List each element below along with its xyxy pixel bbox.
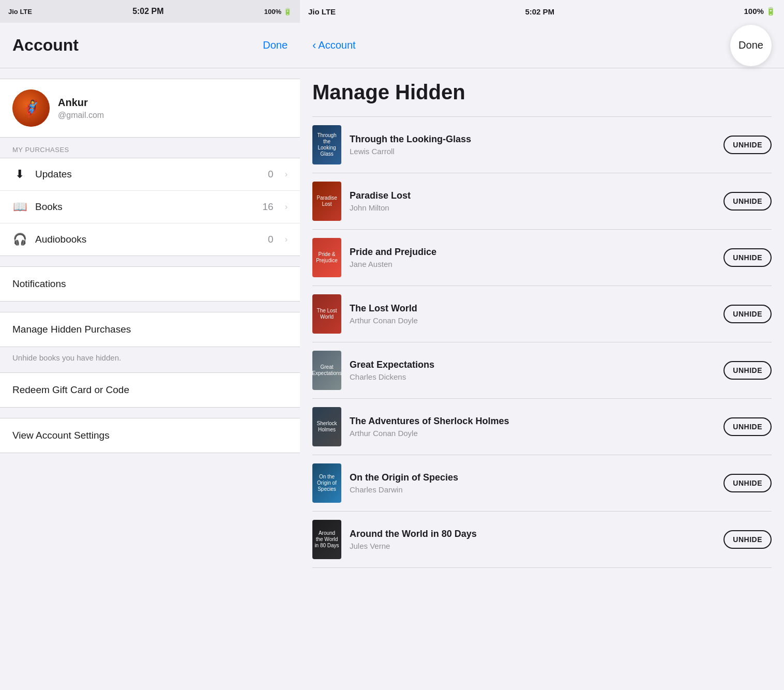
- book-title: Great Expectations: [350, 359, 715, 370]
- book-info: Through the Looking-GlassLewis Carroll: [350, 134, 715, 156]
- book-cover: Sherlock Holmes: [312, 407, 341, 446]
- left-signal: Jio LTE: [8, 8, 32, 16]
- left-nav-bar: Account Done: [0, 23, 300, 68]
- manage-hidden-label: Manage Hidden Purchases: [12, 324, 131, 335]
- notifications-label: Notifications: [12, 278, 66, 289]
- unhide-button[interactable]: UNHIDE: [723, 474, 772, 492]
- unhide-button[interactable]: UNHIDE: [723, 361, 772, 380]
- updates-value: 0: [268, 169, 274, 180]
- book-cover: Paradise Lost: [312, 182, 341, 221]
- right-done-button[interactable]: Done: [730, 25, 772, 66]
- right-battery: 100% 🔋: [744, 7, 776, 16]
- right-content: Manage Hidden Through the Looking GlassT…: [300, 68, 784, 690]
- book-author: Jane Austen: [350, 260, 715, 268]
- book-info: Pride and PrejudiceJane Austen: [350, 247, 715, 268]
- redeem-item[interactable]: Redeem Gift Card or Code: [0, 372, 300, 408]
- back-label: Account: [318, 39, 355, 51]
- unhide-button[interactable]: UNHIDE: [723, 530, 772, 549]
- left-time: 5:02 PM: [132, 7, 163, 16]
- back-chevron-icon: ‹: [312, 39, 316, 52]
- right-status-bar: Jio LTE 5:02 PM 100% 🔋: [300, 0, 784, 23]
- redeem-label: Redeem Gift Card or Code: [12, 384, 129, 395]
- manage-hidden-item[interactable]: Manage Hidden Purchases: [0, 312, 300, 347]
- book-info: The Lost WorldArthur Conan Doyle: [350, 303, 715, 325]
- updates-label: Updates: [35, 169, 260, 180]
- left-battery: 100% 🔋: [264, 8, 292, 16]
- book-item: The Lost WorldThe Lost WorldArthur Conan…: [312, 286, 772, 342]
- audiobooks-label: Audiobooks: [35, 234, 260, 245]
- unhide-button[interactable]: UNHIDE: [723, 136, 772, 154]
- book-author: Charles Darwin: [350, 485, 715, 494]
- back-button[interactable]: ‹ Account: [312, 39, 356, 52]
- unhide-button[interactable]: UNHIDE: [723, 192, 772, 211]
- book-title: The Lost World: [350, 303, 715, 314]
- purchases-section-label: MY PURCHASES: [0, 138, 300, 158]
- page-title: Manage Hidden: [312, 81, 772, 104]
- view-account-label: View Account Settings: [12, 430, 110, 441]
- book-title: Paradise Lost: [350, 190, 715, 201]
- updates-item[interactable]: ⬇ Updates 0 ›: [0, 158, 300, 191]
- updates-icon: ⬇: [12, 168, 27, 181]
- left-status-bar: Jio LTE 5:02 PM 100% 🔋: [0, 0, 300, 23]
- book-cover: Through the Looking Glass: [312, 125, 341, 164]
- book-item: Pride & PrejudicePride and PrejudiceJane…: [312, 230, 772, 286]
- book-author: John Milton: [350, 203, 715, 212]
- unhide-button[interactable]: UNHIDE: [723, 305, 772, 323]
- book-item: Sherlock HolmesThe Adventures of Sherloc…: [312, 399, 772, 455]
- left-nav-title: Account: [12, 36, 79, 55]
- unhide-button[interactable]: UNHIDE: [723, 417, 772, 436]
- book-info: The Adventures of Sherlock HolmesArthur …: [350, 416, 715, 438]
- book-info: On the Origin of SpeciesCharles Darwin: [350, 472, 715, 494]
- books-value: 16: [263, 201, 274, 213]
- book-author: Arthur Conan Doyle: [350, 429, 715, 438]
- manage-hidden-subtext: Unhide books you have hidden.: [0, 347, 300, 372]
- books-label: Books: [35, 201, 254, 213]
- audiobooks-icon: 🎧: [12, 233, 27, 246]
- right-nav-bar: ‹ Account Done: [300, 23, 784, 68]
- view-account-item[interactable]: View Account Settings: [0, 418, 300, 453]
- book-list: Through the Looking GlassThrough the Loo…: [312, 116, 772, 568]
- book-author: Lewis Carroll: [350, 147, 715, 156]
- unhide-button[interactable]: UNHIDE: [723, 248, 772, 267]
- book-item: Paradise LostParadise LostJohn MiltonUNH…: [312, 173, 772, 230]
- book-info: Great ExpectationsCharles Dickens: [350, 359, 715, 381]
- notifications-item[interactable]: Notifications: [0, 266, 300, 302]
- book-title: Around the World in 80 Days: [350, 529, 715, 539]
- book-cover: The Lost World: [312, 294, 341, 334]
- left-done-button[interactable]: Done: [263, 39, 288, 51]
- book-title: On the Origin of Species: [350, 472, 715, 483]
- book-author: Jules Verne: [350, 542, 715, 550]
- account-name: Ankur: [58, 97, 104, 109]
- audiobooks-value: 0: [268, 234, 274, 245]
- audiobooks-item[interactable]: 🎧 Audiobooks 0 ›: [0, 223, 300, 256]
- avatar: 🦸‍♀️: [12, 89, 50, 127]
- purchases-list: ⬇ Updates 0 › 📖 Books 16 › 🎧 Audiobooks …: [0, 158, 300, 256]
- book-cover: On the Origin of Species: [312, 463, 341, 503]
- right-panel: Jio LTE 5:02 PM 100% 🔋 ‹ Account Done Ma…: [300, 0, 784, 690]
- books-chevron: ›: [285, 202, 288, 212]
- book-info: Around the World in 80 DaysJules Verne: [350, 529, 715, 550]
- book-author: Arthur Conan Doyle: [350, 316, 715, 325]
- account-section[interactable]: 🦸‍♀️ Ankur @gmail.com: [0, 79, 300, 138]
- book-cover: Pride & Prejudice: [312, 238, 341, 277]
- account-email: @gmail.com: [58, 111, 104, 120]
- right-time: 5:02 PM: [525, 7, 554, 16]
- book-item: On the Origin of SpeciesOn the Origin of…: [312, 455, 772, 512]
- book-item: Through the Looking GlassThrough the Loo…: [312, 116, 772, 173]
- book-author: Charles Dickens: [350, 372, 715, 381]
- book-cover: Around the World in 80 Days: [312, 520, 341, 559]
- book-item: Great ExpectationsGreat ExpectationsChar…: [312, 342, 772, 399]
- book-item: Around the World in 80 DaysAround the Wo…: [312, 512, 772, 568]
- left-panel: Jio LTE 5:02 PM 100% 🔋 Account Done 🦸‍♀️…: [0, 0, 300, 690]
- right-signal: Jio LTE: [308, 7, 336, 16]
- book-cover: Great Expectations: [312, 351, 341, 390]
- book-title: The Adventures of Sherlock Holmes: [350, 416, 715, 427]
- books-item[interactable]: 📖 Books 16 ›: [0, 191, 300, 223]
- updates-chevron: ›: [285, 170, 288, 179]
- book-info: Paradise LostJohn Milton: [350, 190, 715, 212]
- book-title: Through the Looking-Glass: [350, 134, 715, 145]
- audiobooks-chevron: ›: [285, 235, 288, 244]
- book-title: Pride and Prejudice: [350, 247, 715, 258]
- books-icon: 📖: [12, 200, 27, 214]
